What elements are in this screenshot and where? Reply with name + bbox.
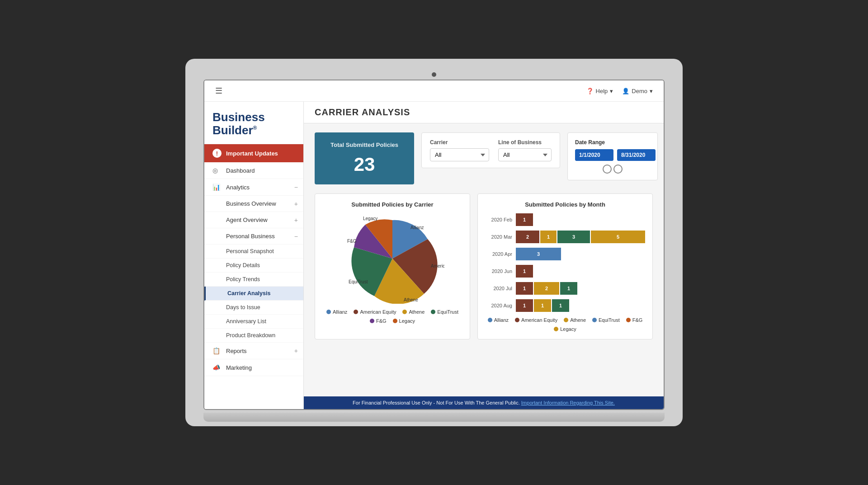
business-overview-label: Business Overview bbox=[226, 200, 276, 207]
bar-legend-athene: Athene bbox=[564, 317, 586, 323]
sidebar-item-business-overview[interactable]: Business Overview + bbox=[204, 196, 303, 212]
analytics-icon: 📊 bbox=[212, 184, 222, 191]
dashboard-icon: ◎ bbox=[212, 167, 222, 174]
bar-seg-apr-allianz: 3 bbox=[516, 248, 561, 260]
bar-label-feb: 2020 Feb bbox=[485, 217, 512, 222]
bar-legend-dot-american-equity bbox=[515, 318, 519, 322]
lob-filter-label: Line of Business bbox=[498, 139, 552, 146]
bar-label-jun: 2020 Jun bbox=[485, 268, 512, 274]
policy-details-label: Policy Details bbox=[226, 262, 260, 268]
bar-segments-apr: 3 bbox=[516, 248, 561, 260]
sidebar-item-personal-business[interactable]: Personal Business − bbox=[204, 228, 303, 245]
date-start-input[interactable] bbox=[575, 149, 613, 161]
reports-icon: 📋 bbox=[212, 347, 222, 354]
demo-button[interactable]: 👤 Demo ▾ bbox=[622, 88, 653, 94]
page-title: CARRIER ANALYSIS bbox=[315, 107, 653, 118]
sidebar-item-important-updates[interactable]: ! Important Updates bbox=[204, 144, 303, 162]
anniversary-list-label: Anniversary List bbox=[226, 318, 266, 325]
agent-overview-label: Agent Overview bbox=[226, 217, 268, 223]
bar-label-jul: 2020 Jul bbox=[485, 286, 512, 291]
agent-overview-expand-icon: + bbox=[294, 217, 298, 224]
main-header: CARRIER ANALYSIS bbox=[304, 102, 664, 123]
total-submitted-card: Total Submitted Policies 23 bbox=[315, 132, 414, 184]
bar-legend-dot-allianz bbox=[488, 318, 492, 322]
header-right: ❓ Help ▾ 👤 Demo ▾ bbox=[586, 88, 653, 94]
logo-builder: Builder® bbox=[212, 124, 295, 137]
reports-expand-icon: + bbox=[294, 347, 298, 354]
help-circle-icon: ❓ bbox=[586, 88, 594, 94]
menu-icon[interactable]: ☰ bbox=[215, 86, 222, 96]
bar-seg-mar-legacy: 5 bbox=[591, 231, 645, 243]
pie-chart-card: Submitted Policies by Carrier bbox=[315, 193, 470, 339]
bar-label-aug: 2020 Aug bbox=[485, 303, 512, 308]
sidebar-item-personal-snapshot[interactable]: Personal Snapshot bbox=[204, 245, 303, 259]
filters-box: Carrier All Allianz American Equity Athe… bbox=[421, 132, 560, 168]
bar-legend-fg: F&G bbox=[626, 317, 643, 323]
help-chevron-icon: ▾ bbox=[610, 88, 613, 94]
sidebar-item-anniversary-list[interactable]: Anniversary List bbox=[204, 315, 303, 329]
pie-legend-dot-fg bbox=[370, 319, 374, 323]
pie-legend: Allianz American Equity Athene bbox=[322, 309, 462, 324]
pie-legend-dot-legacy bbox=[393, 319, 397, 323]
charts-row: Submitted Policies by Carrier bbox=[315, 193, 653, 339]
bar-segments-mar: 2 1 3 5 bbox=[516, 231, 645, 243]
marketing-icon: 📣 bbox=[212, 364, 222, 371]
date-icon-left[interactable] bbox=[603, 165, 612, 174]
bar-row-feb: 2020 Feb 1 bbox=[485, 213, 645, 226]
logo-business: Business bbox=[212, 111, 295, 124]
bar-label-apr: 2020 Apr bbox=[485, 251, 512, 257]
days-to-issue-label: Days to Issue bbox=[226, 304, 260, 311]
lob-filter-select[interactable]: All Fixed Annuity Life Insurance bbox=[498, 148, 552, 161]
pie-label-allianz: Allianz bbox=[410, 225, 424, 230]
top-row: Total Submitted Policies 23 Carrier All … bbox=[315, 132, 653, 184]
app-header: ☰ ❓ Help ▾ 👤 Demo ▾ bbox=[204, 80, 664, 102]
app-container: Business Builder® ! Important Updates ◎ … bbox=[204, 102, 664, 409]
sidebar-item-carrier-analysis[interactable]: Carrier Analysis bbox=[204, 287, 303, 301]
bar-seg-mar-ae: 2 bbox=[516, 231, 539, 243]
product-breakdown-label: Product Breakdown bbox=[226, 332, 275, 339]
bar-seg-mar-fg: 3 bbox=[557, 231, 590, 243]
sidebar-item-policy-details[interactable]: Policy Details bbox=[204, 259, 303, 273]
main-body: Total Submitted Policies 23 Carrier All … bbox=[304, 123, 664, 396]
bar-legend: Allianz American Equity Athene bbox=[485, 317, 645, 332]
sidebar-item-dashboard[interactable]: ◎ Dashboard bbox=[204, 162, 303, 179]
bar-seg-jun-ae: 1 bbox=[516, 265, 533, 278]
sidebar-item-marketing[interactable]: 📣 Marketing bbox=[204, 359, 303, 376]
bar-chart-container: 2020 Feb 1 2020 Mar 2 bbox=[485, 213, 645, 332]
bar-segments-aug: 1 1 1 bbox=[516, 299, 569, 312]
bar-legend-american-equity: American Equity bbox=[515, 317, 557, 323]
sidebar-item-policy-trends[interactable]: Policy Trends bbox=[204, 273, 303, 287]
bar-seg-aug-3: 1 bbox=[552, 299, 569, 312]
bar-seg-jul-athene: 2 bbox=[534, 282, 559, 295]
sidebar-item-agent-overview[interactable]: Agent Overview + bbox=[204, 212, 303, 228]
sidebar-item-product-breakdown[interactable]: Product Breakdown bbox=[204, 329, 303, 343]
bar-seg-jul-allianz: 1 bbox=[516, 282, 533, 295]
policy-trends-label: Policy Trends bbox=[226, 276, 260, 283]
help-button[interactable]: ❓ Help ▾ bbox=[586, 88, 613, 94]
sidebar-logo: Business Builder® bbox=[204, 102, 303, 144]
bar-label-mar: 2020 Mar bbox=[485, 234, 512, 240]
sidebar-nav: ! Important Updates ◎ Dashboard 📊 Analyt… bbox=[204, 144, 303, 409]
warning-icon: ! bbox=[212, 149, 222, 158]
help-label: Help bbox=[596, 88, 608, 94]
sidebar-item-days-to-issue[interactable]: Days to Issue bbox=[204, 301, 303, 315]
main-content: CARRIER ANALYSIS Total Submitted Policie… bbox=[304, 102, 664, 409]
bar-chart-card: Submitted Policies by Month 2020 Feb 1 bbox=[477, 193, 653, 339]
carrier-filter-select[interactable]: All Allianz American Equity Athene EquiT… bbox=[430, 148, 489, 161]
sidebar-item-reports[interactable]: 📋 Reports + bbox=[204, 343, 303, 359]
date-range-label: Date Range bbox=[575, 139, 650, 146]
dashboard-label: Dashboard bbox=[226, 167, 255, 174]
sidebar-item-analytics[interactable]: 📊 Analytics − bbox=[204, 179, 303, 196]
footer-link[interactable]: Important Information Regarding This Sit… bbox=[521, 400, 615, 405]
bar-seg-jul-fg: 1 bbox=[560, 282, 577, 295]
personal-snapshot-label: Personal Snapshot bbox=[226, 248, 274, 254]
bar-seg-aug-1: 1 bbox=[516, 299, 533, 312]
analytics-label: Analytics bbox=[226, 184, 250, 191]
date-end-input[interactable] bbox=[617, 149, 656, 161]
user-icon: 👤 bbox=[622, 88, 629, 94]
personal-business-label: Personal Business bbox=[226, 233, 275, 240]
date-icon-right[interactable] bbox=[613, 165, 623, 174]
carrier-analysis-label: Carrier Analysis bbox=[227, 290, 270, 297]
bar-seg-aug-2: 1 bbox=[534, 299, 551, 312]
business-overview-expand-icon: + bbox=[294, 200, 298, 207]
